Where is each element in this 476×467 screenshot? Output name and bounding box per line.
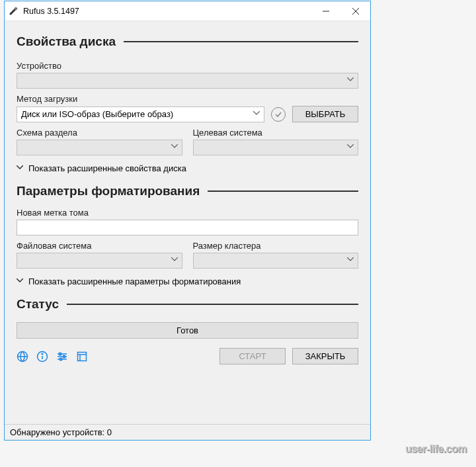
divider	[124, 41, 358, 42]
label-file-system: Файловая система	[17, 241, 182, 251]
label-device: Устройство	[17, 61, 358, 71]
partition-scheme-select[interactable]	[17, 140, 182, 155]
start-button[interactable]: СТАРТ	[219, 348, 286, 364]
devices-found-text: Обнаружено устройств: 0	[10, 427, 112, 437]
section-title-status: Статус	[17, 297, 59, 312]
settings-icon[interactable]	[56, 351, 68, 362]
chevron-down-icon	[253, 111, 260, 118]
watermark: user-life.com	[405, 443, 467, 455]
divider	[67, 304, 358, 305]
section-title-drive: Свойства диска	[17, 34, 116, 49]
bottom-row: СТАРТ ЗАКРЫТЬ	[17, 348, 358, 364]
target-system-select[interactable]	[193, 140, 359, 155]
usb-icon	[9, 6, 19, 17]
close-button[interactable]	[340, 1, 370, 21]
label-target-system: Целевая система	[193, 128, 359, 138]
chevron-down-icon	[171, 144, 178, 151]
close-button-label: ЗАКРЫТЬ	[305, 351, 346, 361]
label-cluster-size: Размер кластера	[193, 241, 359, 251]
status-text: Готов	[177, 325, 198, 335]
chevron-down-icon	[347, 257, 354, 264]
chevron-down-icon	[171, 257, 178, 264]
boot-method-value: Диск или ISO-образ (Выберите образ)	[21, 109, 253, 119]
section-title-format: Параметры форматирования	[17, 184, 200, 198]
rufus-window: Rufus 3.5.1497 Свойства диска Устройство…	[4, 1, 371, 441]
divider	[208, 191, 358, 192]
device-select[interactable]	[17, 73, 358, 89]
globe-icon[interactable]	[17, 351, 28, 362]
boot-method-row: Диск или ISO-образ (Выберите образ) ВЫБР…	[17, 106, 358, 122]
info-icon[interactable]	[36, 351, 48, 362]
minimize-button[interactable]	[311, 1, 340, 21]
window-title: Rufus 3.5.1497	[23, 7, 311, 16]
boot-method-select[interactable]: Диск или ISO-образ (Выберите образ)	[17, 106, 264, 122]
toggle-advanced-drive[interactable]: Показать расширенные свойства диска	[17, 163, 358, 173]
section-drive-properties: Свойства диска	[17, 34, 358, 49]
toggle-advanced-format[interactable]: Показать расширенные параметры форматиро…	[17, 276, 358, 286]
log-icon[interactable]	[76, 351, 88, 362]
window-controls	[311, 1, 370, 21]
file-system-select[interactable]	[17, 253, 182, 269]
section-format-options: Параметры форматирования	[17, 184, 358, 198]
checksum-icon[interactable]	[271, 107, 286, 122]
icon-strip	[17, 351, 213, 362]
cluster-size-select[interactable]	[193, 253, 359, 269]
start-button-label: СТАРТ	[239, 351, 266, 361]
titlebar: Rufus 3.5.1497	[5, 1, 370, 21]
chevron-down-icon	[347, 144, 354, 151]
volume-label-input[interactable]	[17, 220, 358, 235]
select-image-button[interactable]: ВЫБРАТЬ	[292, 106, 358, 122]
chevron-down-icon	[17, 278, 23, 285]
toggle-advanced-format-label: Показать расширенные параметры форматиро…	[28, 276, 241, 286]
label-boot-method: Метод загрузки	[17, 94, 358, 104]
select-button-label: ВЫБРАТЬ	[305, 109, 346, 119]
status-bar: Готов	[17, 322, 358, 339]
chevron-down-icon	[347, 77, 354, 84]
chevron-down-icon	[17, 165, 23, 172]
label-partition-scheme: Схема раздела	[17, 128, 182, 138]
toggle-advanced-drive-label: Показать расширенные свойства диска	[28, 163, 186, 173]
svg-rect-14	[78, 352, 87, 361]
footer-statusbar: Обнаружено устройств: 0	[5, 424, 370, 440]
label-volume: Новая метка тома	[17, 208, 358, 218]
svg-point-7	[42, 353, 43, 355]
section-status: Статус	[17, 297, 358, 312]
close-app-button[interactable]: ЗАКРЫТЬ	[292, 348, 358, 364]
content-area: Свойства диска Устройство Метод загрузки…	[5, 21, 370, 424]
